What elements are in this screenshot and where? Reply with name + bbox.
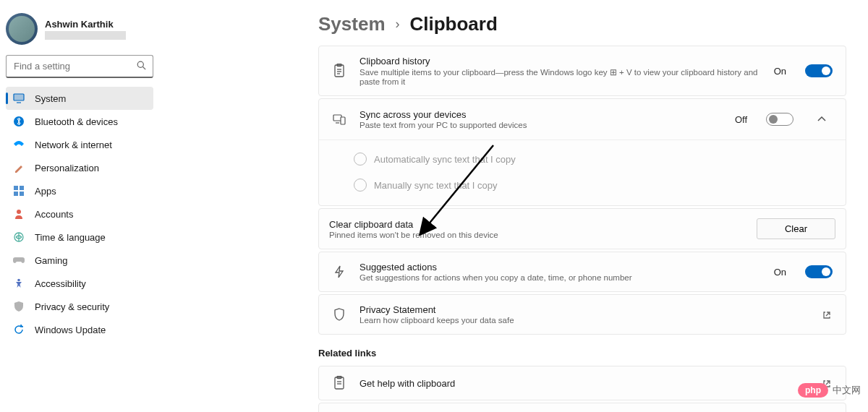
sync-devices-row[interactable]: Sync across your devices Paste text from…	[319, 99, 846, 140]
svg-rect-7	[20, 186, 24, 190]
svg-point-0	[137, 61, 143, 67]
gaming-icon	[13, 254, 25, 266]
get-help-card[interactable]: Get help with clipboard	[318, 366, 846, 400]
svg-rect-9	[20, 192, 24, 196]
user-email-redacted	[45, 31, 126, 40]
search-input[interactable]	[6, 55, 153, 78]
nav-item-accessibility[interactable]: Accessibility	[6, 272, 153, 295]
transfer-content-card[interactable]: How to seamlessly transfer content betwe…	[318, 403, 846, 412]
card-title: Privacy Statement	[359, 304, 809, 315]
nav-item-time[interactable]: Time & language	[6, 226, 153, 249]
svg-rect-13	[335, 65, 344, 77]
user-name: Ashwin Karthik	[45, 19, 126, 30]
suggested-actions-toggle[interactable]	[805, 265, 833, 278]
lightning-icon	[332, 265, 346, 279]
radio-icon	[354, 179, 367, 192]
card-title: Clipboard history	[359, 56, 761, 66]
card-title: Clear clipboard data	[329, 219, 498, 230]
clipboard-history-toggle[interactable]	[805, 64, 833, 77]
card-subtitle: Learn how clipboard keeps your data safe	[359, 316, 809, 325]
nav-label: Personalization	[35, 163, 99, 173]
watermark-text: 中文网	[833, 384, 861, 397]
bluetooth-icon	[13, 116, 25, 127]
toggle-state: Off	[735, 114, 747, 125]
nav-label: Network & internet	[35, 140, 112, 150]
nav-list: System Bluetooth & devices Network & int…	[6, 87, 153, 341]
avatar	[6, 13, 38, 45]
nav-label: System	[35, 93, 66, 104]
card-subtitle: Paste text from your PC to supported dev…	[359, 121, 722, 129]
breadcrumb-current: Clipboard	[410, 13, 498, 35]
chevron-up-icon[interactable]	[811, 108, 833, 130]
privacy-statement-card[interactable]: Privacy Statement Learn how clipboard ke…	[318, 294, 846, 335]
clipboard-help-icon	[332, 376, 346, 390]
svg-rect-6	[14, 186, 18, 190]
update-icon	[13, 324, 25, 335]
nav-label: Apps	[35, 186, 56, 197]
related-links-heading: Related links	[318, 348, 846, 359]
nav-label: Bluetooth & devices	[35, 116, 118, 127]
search-icon	[137, 60, 146, 73]
nav-item-privacy[interactable]: Privacy & security	[6, 295, 153, 318]
device-sync-icon	[332, 112, 346, 126]
card-title: Suggested actions	[359, 262, 761, 272]
nav-label: Time & language	[35, 232, 106, 243]
shield-icon	[332, 307, 346, 322]
svg-rect-20	[341, 117, 345, 124]
clear-data-card: Clear clipboard data Pinned items won't …	[318, 208, 846, 249]
watermark: php 中文网	[798, 383, 861, 398]
watermark-pill: php	[798, 383, 828, 398]
suggested-actions-card[interactable]: Suggested actions Get suggestions for ac…	[318, 252, 846, 292]
svg-rect-8	[14, 192, 18, 196]
breadcrumb-parent[interactable]: System	[318, 13, 386, 35]
network-icon	[13, 139, 25, 150]
privacy-icon	[13, 301, 25, 312]
nav-item-network[interactable]: Network & internet	[6, 133, 153, 156]
svg-rect-3	[14, 94, 24, 100]
sync-manual-option[interactable]: Manually sync text that I copy	[354, 172, 833, 198]
clear-button[interactable]: Clear	[757, 218, 835, 239]
nav-label: Accessibility	[35, 278, 86, 289]
search-box[interactable]	[6, 55, 153, 78]
sync-devices-toggle[interactable]	[766, 113, 793, 126]
card-title: Get help with clipboard	[359, 378, 809, 389]
nav-item-apps[interactable]: Apps	[6, 179, 153, 202]
nav-item-system[interactable]: System	[6, 87, 153, 110]
nav-item-personalization[interactable]: Personalization	[6, 156, 153, 179]
radio-label: Automatically sync text that I copy	[374, 154, 516, 165]
toggle-state: On	[774, 66, 786, 77]
nav-item-update[interactable]: Windows Update	[6, 318, 153, 341]
accounts-icon	[13, 208, 25, 220]
nav-label: Privacy & security	[35, 301, 109, 312]
chevron-right-icon: ›	[396, 17, 400, 32]
accessibility-icon	[13, 278, 25, 289]
svg-point-10	[17, 210, 21, 214]
radio-icon	[354, 153, 367, 166]
svg-point-12	[17, 279, 20, 282]
card-subtitle: Pinned items won't be removed on this de…	[329, 231, 498, 239]
external-link-icon	[822, 309, 833, 319]
card-title: Sync across your devices	[359, 109, 722, 120]
radio-label: Manually sync text that I copy	[374, 180, 498, 191]
nav-item-bluetooth[interactable]: Bluetooth & devices	[6, 110, 153, 133]
clipboard-icon	[332, 64, 346, 78]
sync-devices-card: Sync across your devices Paste text from…	[318, 98, 846, 206]
time-icon	[13, 231, 25, 243]
card-subtitle: Save multiple items to your clipboard—pr…	[359, 67, 761, 86]
nav-item-gaming[interactable]: Gaming	[6, 249, 153, 272]
user-section[interactable]: Ashwin Karthik	[6, 7, 153, 55]
apps-icon	[13, 185, 25, 197]
svg-line-1	[143, 67, 146, 70]
personalization-icon	[13, 162, 25, 173]
nav-label: Gaming	[35, 255, 68, 266]
toggle-state: On	[774, 267, 786, 278]
breadcrumb: System › Clipboard	[318, 13, 846, 35]
system-icon	[13, 93, 25, 104]
sync-auto-option[interactable]: Automatically sync text that I copy	[354, 146, 833, 172]
card-subtitle: Get suggestions for actions when you cop…	[359, 273, 761, 282]
clipboard-history-card[interactable]: Clipboard history Save multiple items to…	[318, 46, 846, 96]
svg-rect-21	[335, 377, 344, 389]
nav-label: Windows Update	[35, 325, 106, 335]
nav-item-accounts[interactable]: Accounts	[6, 202, 153, 226]
nav-label: Accounts	[35, 209, 73, 220]
